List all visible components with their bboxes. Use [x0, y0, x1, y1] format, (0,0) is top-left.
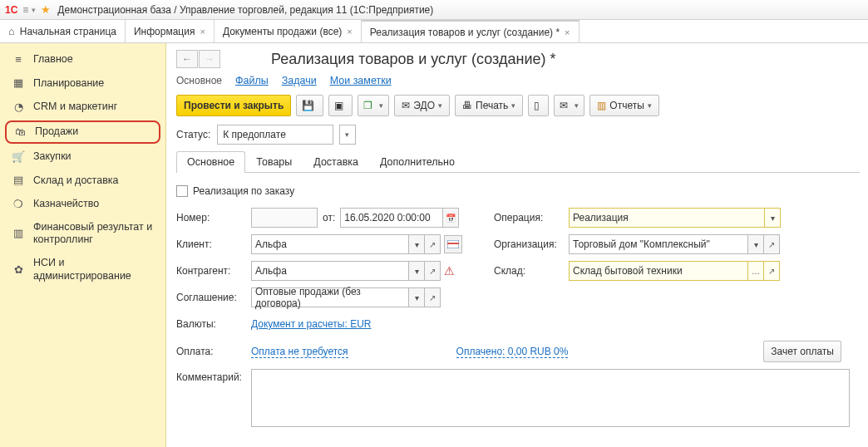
counterparty-open-button[interactable]: ↗	[424, 261, 441, 281]
sidebar: ≡Главное ▦Планирование ◔CRM и маркетинг …	[0, 43, 166, 447]
warehouse-label: Склад:	[494, 265, 569, 277]
coin-icon: ❍	[10, 198, 27, 211]
subtab-main[interactable]: Основное	[176, 75, 222, 86]
organization-field[interactable]: Торговый дом "Комплексный"	[569, 234, 748, 254]
save-button[interactable]: 💾	[296, 95, 323, 116]
form-tab-extra[interactable]: Дополнительно	[369, 151, 466, 173]
tab-close-icon[interactable]: ×	[565, 27, 570, 37]
offset-payment-button[interactable]: Зачет оплаты	[763, 341, 841, 362]
nav-back-button[interactable]: ←	[176, 50, 198, 68]
agreement-field[interactable]: Оптовые продажи (без договора)	[251, 287, 409, 307]
tab-realization-create[interactable]: Реализация товаров и услуг (создание) * …	[362, 20, 579, 42]
status-select[interactable]: К предоплате	[217, 125, 333, 145]
tab-sales-docs-label: Документы продажи (все)	[223, 26, 342, 37]
realization-by-order-label: Реализация по заказу	[193, 185, 294, 197]
boxes-icon: ▤	[10, 174, 27, 187]
client-field[interactable]: Альфа	[251, 234, 409, 254]
subtab-tasks[interactable]: Задачи	[282, 75, 317, 86]
sidebar-item-purchases[interactable]: 🛒Закупки	[0, 145, 165, 169]
client-dropdown[interactable]: ▾	[408, 234, 425, 254]
comment-textarea[interactable]	[251, 369, 850, 427]
payment-not-required-link[interactable]: Оплата не требуется	[251, 346, 348, 358]
favorite-icon[interactable]: ★	[41, 3, 51, 16]
currency-label: Валюты:	[176, 318, 251, 330]
post-and-close-button[interactable]: Провести и закрыть	[176, 95, 291, 116]
status-label: Статус:	[176, 129, 210, 140]
envelope-icon: ✉	[402, 100, 410, 111]
number-label: Номер:	[176, 212, 251, 224]
mail-button[interactable]: ✉▾	[554, 95, 584, 116]
form-tab-main[interactable]: Основное	[176, 151, 245, 173]
tab-home[interactable]: ⌂ Начальная страница	[0, 20, 126, 42]
sidebar-item-nsi[interactable]: ✿НСИ и администрирование	[0, 252, 165, 287]
copy-plus-icon: ❐	[363, 100, 372, 111]
subtab-notes[interactable]: Мои заметки	[330, 75, 392, 86]
counterparty-field[interactable]: Альфа	[251, 261, 409, 281]
svg-rect-1	[447, 243, 459, 244]
organization-label: Организация:	[494, 238, 569, 250]
chevron-down-icon: ▾	[379, 101, 383, 110]
post-icon: ▣	[334, 100, 343, 111]
status-select-dropdown[interactable]: ▾	[339, 125, 356, 145]
tab-close-icon[interactable]: ×	[200, 27, 205, 37]
window-title: Демонстрационная база / Управление торго…	[57, 4, 433, 16]
number-field[interactable]	[251, 208, 318, 228]
form-tab-goods[interactable]: Товары	[245, 151, 303, 173]
form-tab-delivery[interactable]: Доставка	[303, 151, 369, 173]
comment-label: Комментарий:	[176, 369, 251, 383]
cart-icon: 🛒	[10, 150, 27, 164]
warehouse-open-button[interactable]: ↗	[763, 261, 780, 281]
create-based-on-button[interactable]: ❐▾	[358, 95, 389, 116]
sidebar-item-warehouse[interactable]: ▤Склад и доставка	[0, 169, 165, 192]
sidebar-item-main[interactable]: ≡Главное	[0, 48, 165, 71]
sidebar-item-crm[interactable]: ◔CRM и маркетинг	[0, 96, 165, 119]
sidebar-item-sales[interactable]: 🛍Продажи	[5, 120, 160, 144]
sidebar-item-planning[interactable]: ▦Планирование	[0, 71, 165, 95]
counterparty-label: Контрагент:	[176, 265, 251, 277]
warehouse-more-button[interactable]: …	[747, 261, 764, 281]
realization-by-order-checkbox[interactable]	[176, 185, 188, 197]
briefcase-icon: 🛍	[12, 125, 28, 139]
agreement-dropdown[interactable]: ▾	[408, 287, 425, 307]
currency-link[interactable]: Документ и расчеты: EUR	[251, 318, 371, 330]
chevron-down-icon: ▾	[511, 101, 515, 110]
counterparty-dropdown[interactable]: ▾	[408, 261, 425, 281]
sidebar-item-finresult[interactable]: ▥Финансовый результат и контроллинг	[0, 216, 165, 252]
dropdown-icon[interactable]: ▾	[32, 6, 36, 14]
page-title: Реализация товаров и услуг (создание) *	[271, 51, 555, 68]
warning-icon: ⚠	[444, 264, 455, 278]
app-logo: 1С	[5, 4, 17, 16]
chart-icon: ▥	[597, 100, 606, 111]
post-button[interactable]: ▣	[328, 95, 353, 116]
tab-sales-docs[interactable]: Документы продажи (все) ×	[215, 20, 362, 42]
tab-info[interactable]: Информация ×	[126, 20, 215, 42]
organization-open-button[interactable]: ↗	[763, 234, 780, 254]
pie-chart-icon: ◔	[10, 101, 27, 114]
calendar-button[interactable]: 📅	[442, 208, 459, 228]
reports-button[interactable]: ▥Отчеты▾	[589, 95, 658, 116]
menu-toggle-icon[interactable]: ≡	[22, 4, 28, 16]
files-button[interactable]: ▯	[528, 95, 549, 116]
client-open-button[interactable]: ↗	[424, 234, 441, 254]
menu-icon: ≡	[10, 53, 27, 66]
tab-close-icon[interactable]: ×	[347, 27, 352, 37]
operation-field[interactable]: Реализация	[569, 208, 765, 228]
envelope-icon: ✉	[560, 100, 568, 111]
tab-home-label: Начальная страница	[20, 26, 116, 37]
print-button[interactable]: 🖶Печать▾	[455, 95, 523, 116]
agreement-open-button[interactable]: ↗	[424, 287, 441, 307]
operation-dropdown[interactable]: ▾	[764, 208, 781, 228]
date-field[interactable]: 16.05.2020 0:00:00	[340, 208, 443, 228]
subtab-files[interactable]: Файлы	[235, 75, 269, 86]
document-icon: ▯	[534, 100, 540, 111]
edo-button[interactable]: ✉ЭДО▾	[394, 95, 450, 116]
client-card-button[interactable]	[444, 235, 462, 253]
bar-chart-icon: ▥	[10, 227, 27, 240]
printer-icon: 🖶	[462, 100, 472, 111]
calendar-icon: ▦	[10, 76, 27, 90]
nav-forward-button[interactable]: →	[199, 50, 220, 68]
organization-dropdown[interactable]: ▾	[747, 234, 764, 254]
paid-amount-link[interactable]: Оплачено: 0,00 RUB 0%	[456, 346, 569, 358]
sidebar-item-treasury[interactable]: ❍Казначейство	[0, 193, 165, 216]
warehouse-field[interactable]: Склад бытовой техники	[569, 261, 748, 281]
